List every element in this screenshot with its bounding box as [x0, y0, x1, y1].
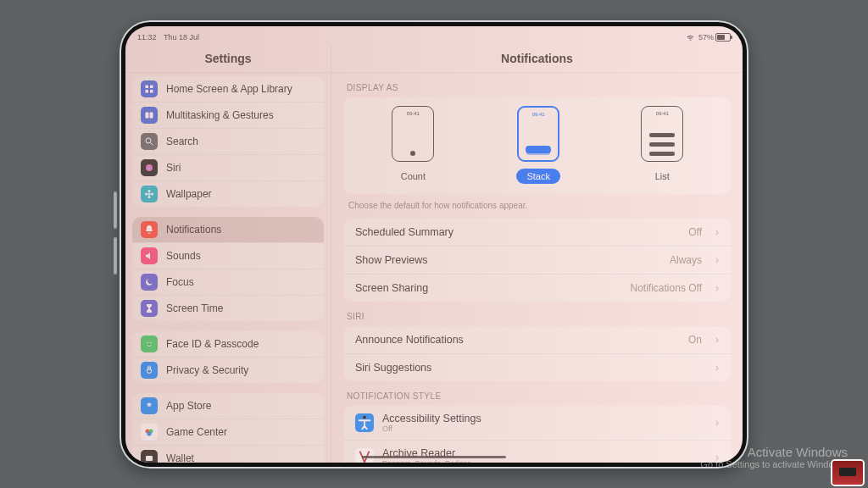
sidebar-item-label: Game Center — [166, 426, 227, 438]
row-value: Off — [688, 226, 702, 238]
sidebar-item-focus[interactable]: Focus — [132, 269, 324, 295]
display-as-mock-list: 09:41 — [641, 106, 683, 162]
sidebar-item-label: Search — [166, 136, 198, 147]
detail-scroll[interactable]: DISPLAY AS 09:41Count09:41Stack09:41List… — [331, 73, 743, 463]
volume-down-button[interactable] — [114, 237, 117, 274]
svg-point-9 — [148, 193, 151, 196]
app-row-archive-reader[interactable]: Archive ReaderBanners, Sounds, Badges› — [343, 440, 731, 463]
row-screen-sharing[interactable]: Screen SharingNotifications Off› — [343, 274, 731, 302]
screen: 11:32 Thu 18 Jul 57% Settings — [125, 26, 743, 463]
row-label: Screen Sharing — [355, 282, 428, 294]
svg-point-6 — [146, 138, 151, 143]
access-icon — [355, 413, 374, 432]
grid-icon — [141, 80, 158, 97]
sidebar-item-label: Focus — [166, 276, 194, 288]
sidebar-item-wallet[interactable]: Wallet — [132, 445, 324, 463]
svg-rect-3 — [150, 90, 153, 93]
sidebar-item-label: Wallet — [166, 452, 194, 463]
sidebar-item-label: Home Screen & App Library — [166, 83, 292, 95]
section-label-siri: SIRI — [347, 312, 727, 321]
general-card: Scheduled SummaryOff›Show PreviewsAlways… — [343, 219, 731, 302]
sidebar-item-search[interactable]: Search — [132, 128, 324, 154]
row-scheduled-summary[interactable]: Scheduled SummaryOff› — [343, 219, 731, 246]
display-as-option-stack[interactable]: 09:41Stack — [516, 106, 560, 184]
row-siri-suggestions[interactable]: Siri Suggestions› — [343, 353, 731, 381]
sidebar-item-wallpaper[interactable]: Wallpaper — [132, 180, 324, 207]
hand-icon — [141, 362, 158, 379]
sidebar-item-label: App Store — [166, 400, 211, 412]
wallet-icon — [141, 450, 158, 463]
settings-sidebar: Settings Home Screen & App LibraryMultit… — [125, 45, 331, 463]
sidebar-item-game-center[interactable]: Game Center — [132, 419, 324, 445]
svg-line-7 — [151, 143, 153, 146]
display-as-mock-stack: 09:41 — [517, 106, 559, 162]
sidebar-scroll[interactable]: Home Screen & App LibraryMultitasking & … — [125, 73, 331, 463]
display-as-option-count[interactable]: 09:41Count — [391, 106, 436, 184]
svg-point-11 — [148, 196, 151, 198]
wifi-icon — [686, 32, 695, 43]
chevron-right-icon: › — [715, 362, 719, 374]
row-value: Notifications Off — [631, 282, 702, 294]
display-as-label: Count — [391, 169, 436, 184]
row-show-previews[interactable]: Show PreviewsAlways› — [343, 246, 731, 274]
sidebar-item-label: Wallpaper — [166, 188, 212, 200]
display-as-mock-count: 09:41 — [392, 106, 434, 162]
search-icon — [141, 133, 158, 150]
home-indicator[interactable] — [362, 456, 506, 458]
sidebar-item-label: Face ID & Passcode — [166, 338, 259, 350]
detail-pane: Notifications DISPLAY AS 09:41Count09:41… — [331, 45, 743, 463]
bell-icon — [141, 221, 158, 238]
sidebar-title: Settings — [125, 45, 331, 73]
sidebar-item-label: Multitasking & Gestures — [166, 109, 274, 121]
multitask-icon — [141, 107, 158, 124]
status-time: 11:32 — [137, 33, 157, 42]
flower-icon — [141, 186, 158, 202]
svg-point-24 — [363, 416, 366, 419]
svg-rect-0 — [146, 86, 149, 89]
sidebar-item-screen-time[interactable]: Screen Time — [132, 295, 324, 321]
svg-point-8 — [146, 164, 153, 171]
volume-up-button[interactable] — [114, 191, 117, 229]
sidebar-item-privacy-security[interactable]: Privacy & Security — [132, 357, 324, 383]
app-row-accessibility-settings[interactable]: Accessibility SettingsOff› — [343, 406, 731, 440]
faceid-icon — [141, 336, 158, 352]
sidebar-item-home-screen-app-library[interactable]: Home Screen & App Library — [132, 76, 324, 102]
sidebar-item-sounds[interactable]: Sounds — [132, 242, 324, 269]
row-label: Show Previews — [355, 254, 427, 266]
sidebar-item-label: Screen Time — [166, 302, 223, 314]
chevron-right-icon: › — [715, 254, 719, 266]
svg-rect-1 — [150, 86, 153, 89]
section-label-display-as: DISPLAY AS — [347, 83, 727, 92]
sidebar-item-notifications[interactable]: Notifications — [132, 217, 324, 242]
svg-point-14 — [147, 342, 148, 344]
svg-rect-4 — [146, 113, 149, 119]
sidebar-item-multitasking-gestures[interactable]: Multitasking & Gestures — [132, 102, 324, 128]
svg-point-18 — [147, 432, 152, 436]
display-as-label: List — [645, 169, 680, 184]
svg-point-10 — [148, 190, 151, 192]
display-as-caption: Choose the default for how notifications… — [348, 201, 726, 210]
chevron-right-icon: › — [715, 334, 719, 346]
chevron-right-icon: › — [715, 226, 719, 238]
store-icon — [141, 397, 158, 414]
siri-card: Announce NotificationsOn›Siri Suggestion… — [343, 326, 731, 381]
sidebar-item-label: Privacy & Security — [166, 364, 248, 376]
style-card: Accessibility SettingsOff›Archive Reader… — [343, 406, 731, 463]
chevron-right-icon: › — [715, 282, 719, 294]
svg-rect-19 — [146, 456, 153, 461]
sidebar-item-face-id-passcode[interactable]: Face ID & Passcode — [132, 331, 324, 357]
sidebar-item-app-store[interactable]: App Store — [132, 393, 324, 419]
chevron-right-icon: › — [715, 417, 719, 429]
svg-rect-2 — [146, 90, 149, 93]
svg-point-15 — [150, 342, 152, 344]
display-as-option-list[interactable]: 09:41List — [641, 106, 683, 184]
chevron-right-icon: › — [715, 452, 719, 463]
row-announce-notifications[interactable]: Announce NotificationsOn› — [343, 326, 731, 353]
detail-title: Notifications — [331, 45, 743, 73]
sidebar-item-siri[interactable]: Siri — [132, 154, 324, 180]
row-value: On — [688, 334, 702, 346]
app-row-sub: Off — [382, 424, 481, 433]
svg-point-13 — [151, 193, 153, 196]
status-date: Thu 18 Jul — [164, 33, 199, 42]
ipad-frame: 11:32 Thu 18 Jul 57% Settings — [120, 20, 748, 469]
